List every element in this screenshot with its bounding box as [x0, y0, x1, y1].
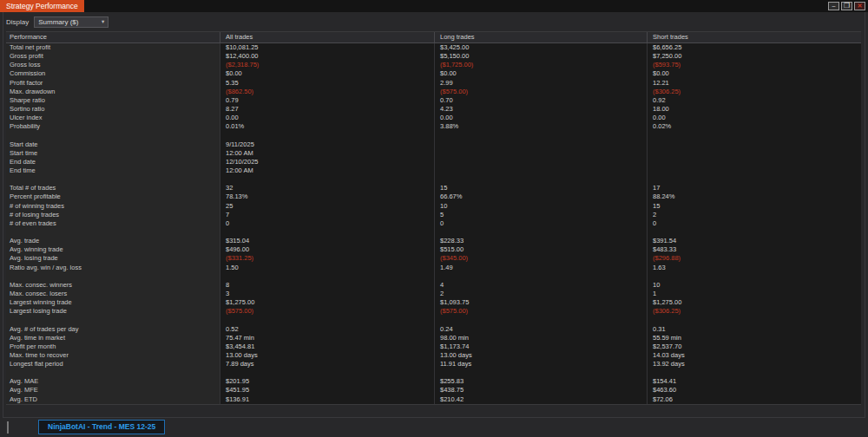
cell-short-trades: [647, 140, 861, 149]
minimize-button[interactable]: –: [828, 2, 839, 10]
cell-all-trades: 0.01%: [220, 122, 434, 131]
cell-short-trades: ($296.88): [647, 254, 861, 263]
row-label: Avg. time in market: [6, 334, 220, 342]
row-label: End date: [6, 158, 220, 166]
cell-all-trades: 12:00 AM: [220, 166, 434, 175]
cell-short-trades: 12.21: [647, 79, 861, 88]
cell-short-trades: 0.92: [647, 96, 861, 105]
row-label: Longest flat period: [6, 360, 220, 369]
cell-long-trades: [434, 158, 647, 166]
table-gap-row: [6, 131, 861, 140]
cell-all-trades: ($862.50): [220, 88, 434, 96]
row-label: Profit factor: [6, 79, 220, 88]
cell-all-trades: $201.95: [220, 377, 434, 386]
close-button[interactable]: ✕: [854, 2, 865, 10]
table-row: Longest flat period7.89 days11.91 days13…: [6, 360, 861, 369]
table-header: Performance All trades Long trades Short…: [6, 31, 861, 43]
table-row: # of losing trades752: [6, 211, 861, 219]
row-label: Profit per month: [6, 342, 220, 351]
cell-short-trades: 88.24%: [647, 192, 861, 201]
table-row: Gross profit$12,400.00$5,150.00$7,250.00: [6, 52, 861, 61]
cell-short-trades: ($306.25): [647, 307, 861, 316]
cell-short-trades: 18.00: [647, 105, 861, 114]
cell-short-trades: 10: [647, 281, 861, 290]
table-row: End date12/10/2025: [6, 158, 861, 166]
row-label: Sharpe ratio: [6, 96, 220, 105]
cell-short-trades: 0.00: [647, 114, 861, 122]
table-row: Ratio avg. win / avg. loss1.501.491.63: [6, 264, 861, 272]
cell-all-trades: 1.50: [220, 264, 434, 272]
cell-short-trades: $0.00: [647, 69, 861, 78]
cell-long-trades: 4: [434, 281, 647, 290]
tab-strategy[interactable]: NinjaBotAI - Trend - MES 12-25: [38, 420, 165, 434]
cell-all-trades: 8.27: [220, 105, 434, 114]
cell-long-trades: $1,093.75: [434, 298, 647, 307]
table-row: Largest winning trade$1,275.00$1,093.75$…: [6, 298, 861, 307]
cell-short-trades: [647, 166, 861, 175]
row-label: Gross profit: [6, 52, 220, 61]
cell-long-trades: 10: [434, 202, 647, 211]
table-row: Avg. MAE$201.95$255.83$154.41: [6, 377, 861, 386]
row-label: Total # of trades: [6, 184, 220, 192]
cell-long-trades: [434, 131, 647, 140]
table-row: Avg. trade$315.04$228.33$391.54: [6, 237, 861, 245]
close-icon: ✕: [858, 3, 863, 9]
table-row: # of even trades000: [6, 219, 861, 228]
table-gap-row: [6, 175, 861, 184]
cell-long-trades: ($575.00): [434, 88, 647, 96]
cell-short-trades: $154.41: [647, 377, 861, 386]
row-label: Max. consec. winners: [6, 281, 220, 290]
cell-all-trades: 9/11/2025: [220, 140, 434, 149]
table-row: Max. consec. losers321: [6, 290, 861, 298]
table-gap-row: [6, 316, 861, 324]
cell-short-trades: $463.60: [647, 386, 861, 395]
row-label: [6, 272, 220, 281]
cell-all-trades: 0.79: [220, 96, 434, 105]
title-bar-spacer: [84, 0, 827, 12]
cell-long-trades: 0.70: [434, 96, 647, 105]
row-label: Ratio avg. win / avg. loss: [6, 264, 220, 272]
row-label: Start date: [6, 140, 220, 149]
header-long-trades: Long trades: [434, 32, 647, 42]
cell-all-trades: [220, 369, 434, 377]
tab-strip: NinjaBotAI - Trend - MES 12-25: [0, 419, 868, 437]
cell-all-trades: [220, 228, 434, 237]
table-row: Avg. MFE$451.95$438.75$463.60: [6, 386, 861, 395]
cell-all-trades: $451.95: [220, 386, 434, 395]
table-row: Avg. winning trade$496.00$515.00$483.33: [6, 245, 861, 254]
table-row: Gross loss($2,318.75)($1,725.00)($593.75…: [6, 61, 861, 69]
cell-short-trades: $7,250.00: [647, 52, 861, 61]
cell-all-trades: [220, 175, 434, 184]
cell-all-trades: $1,275.00: [220, 298, 434, 307]
table-row: Probability0.01%3.88%0.02%: [6, 122, 861, 131]
cell-long-trades: $3,425.00: [434, 43, 647, 52]
cell-long-trades: [434, 166, 647, 175]
row-label: Largest losing trade: [6, 307, 220, 316]
cell-all-trades: 5.35: [220, 79, 434, 88]
cell-long-trades: $210.42: [434, 395, 647, 404]
cell-all-trades: $3,454.81: [220, 342, 434, 351]
row-label: Largest winning trade: [6, 298, 220, 307]
toolbar: Display Summary ($) ▾: [0, 12, 868, 31]
row-label: Sortino ratio: [6, 105, 220, 114]
header-short-trades: Short trades: [647, 32, 861, 42]
window-title: Strategy Performance: [6, 2, 78, 10]
cell-long-trades: ($345.00): [434, 254, 647, 263]
cell-long-trades: 13.00 days: [434, 351, 647, 360]
cell-all-trades: 7.89 days: [220, 360, 434, 369]
row-label: End time: [6, 166, 220, 175]
cell-all-trades: $496.00: [220, 245, 434, 254]
maximize-button[interactable]: ❐: [841, 2, 852, 10]
cell-short-trades: 14.03 days: [647, 351, 861, 360]
display-dropdown[interactable]: Summary ($) ▾: [34, 16, 108, 28]
cell-short-trades: [647, 131, 861, 140]
row-label: [6, 316, 220, 324]
row-label: Ulcer index: [6, 114, 220, 122]
cell-long-trades: $515.00: [434, 245, 647, 254]
row-label: Gross loss: [6, 61, 220, 69]
window-title-tab[interactable]: Strategy Performance: [0, 0, 84, 12]
cell-short-trades: [647, 158, 861, 166]
cell-short-trades: $2,537.70: [647, 342, 861, 351]
title-bar: Strategy Performance – ❐ ✕: [0, 0, 868, 12]
table-row: Avg. time in market75.47 min98.00 min55.…: [6, 334, 861, 342]
